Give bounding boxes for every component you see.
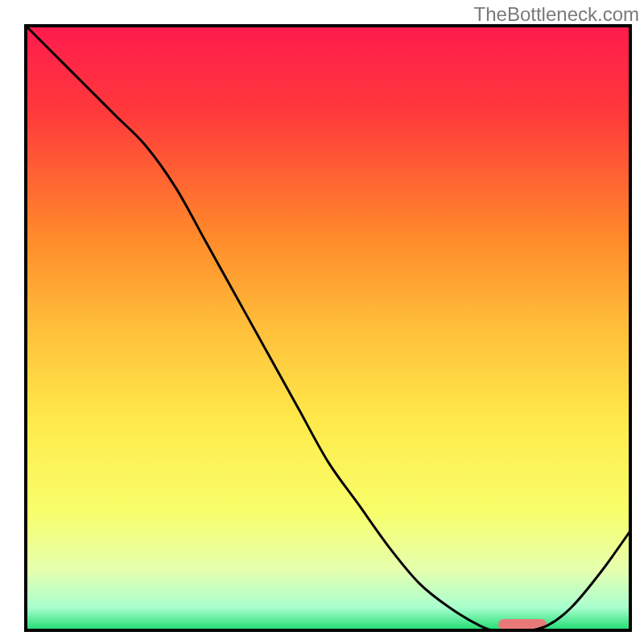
plot-area [24, 24, 632, 632]
chart-svg [24, 24, 632, 632]
watermark-text: TheBottleneck.com [474, 3, 639, 26]
chart-container: TheBottleneck.com [0, 0, 644, 644]
